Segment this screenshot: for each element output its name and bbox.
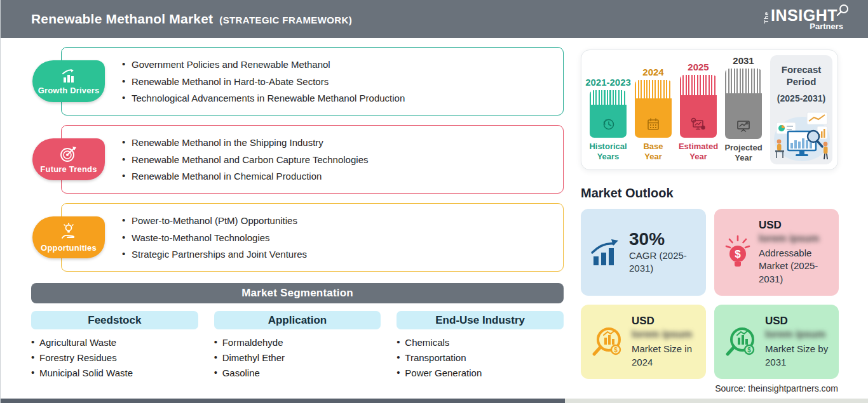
opportunities-row: Power-to-Methanol (PtM) Opportunities Wa… bbox=[31, 203, 564, 272]
card-caption: Market Size by 2031 bbox=[765, 343, 831, 369]
insight-partners-logo: The INSIGHT Partners bbox=[763, 8, 850, 31]
usd-label: USD bbox=[765, 315, 831, 327]
hand-bulb-icon bbox=[58, 223, 79, 242]
market-outlook-heading: Market Outlook bbox=[581, 186, 838, 201]
blurred-value: lorem ipsum bbox=[765, 329, 831, 340]
segmentation-column-feedstock: Feedstock Agricultural Waste Forestry Re… bbox=[31, 311, 198, 383]
opportunities-pill: Opportunities bbox=[32, 216, 105, 258]
opportunities-box: Power-to-Methanol (PtM) Opportunities Wa… bbox=[61, 203, 564, 272]
cagr-card: 30% CAGR (2025-2031) bbox=[581, 209, 706, 296]
end-use-header: End-Use Industry bbox=[397, 311, 564, 329]
bottom-strip-light bbox=[565, 399, 868, 403]
future-trend-item: Renewable Methanol and Carbon Capture Te… bbox=[122, 154, 553, 165]
application-item: Gasoline bbox=[214, 367, 381, 378]
future-trends-pill: Future Trends bbox=[32, 138, 105, 180]
application-header: Application bbox=[214, 311, 381, 329]
estimate-analytics-icon bbox=[690, 117, 707, 132]
bar-caption: Projected Year bbox=[724, 143, 763, 164]
year-label: 2031 bbox=[733, 55, 754, 66]
page-title: Renewable Methanol Market (STRATEGIC FRA… bbox=[31, 11, 352, 27]
cagr-caption: CAGR (2025-2031) bbox=[629, 249, 698, 275]
growth-drivers-box: Government Policies and Renewable Methan… bbox=[61, 47, 564, 116]
segmentation-column-end-use: End-Use Industry Chemicals Transportatio… bbox=[397, 311, 564, 383]
dollar-symbol: $ bbox=[747, 347, 751, 353]
future-trends-row: Renewable Methanol in the Shipping Indus… bbox=[31, 125, 564, 194]
history-clock-icon bbox=[600, 117, 616, 132]
market-size-2024-card: $ USD lorem ipsum Market Size in 2024 bbox=[581, 305, 706, 379]
growth-driver-item: Renewable Methanol in Hard-to-Abate Sect… bbox=[122, 76, 553, 87]
future-trend-item: Renewable Methanol in Chemical Productio… bbox=[122, 171, 553, 182]
card-caption: Market Size in 2024 bbox=[632, 343, 698, 369]
opportunity-item: Waste-to-Methanol Technologies bbox=[122, 232, 553, 243]
outlook-cards: 30% CAGR (2025-2031) bbox=[581, 209, 838, 379]
future-trends-box: Renewable Methanol in the Shipping Indus… bbox=[61, 125, 564, 194]
market-segmentation-title: Market Segmentation bbox=[241, 287, 353, 300]
feedstock-header: Feedstock bbox=[31, 311, 198, 329]
market-size-2031-card: $ USD lorem ipsum Market Size by 2031 bbox=[714, 305, 839, 379]
opportunity-item: Power-to-Methanol (PtM) Opportunities bbox=[122, 215, 553, 226]
feedstock-item: Municipal Solid Waste bbox=[31, 367, 198, 378]
dollar-symbol: $ bbox=[735, 248, 741, 260]
year-label: 2025 bbox=[688, 62, 709, 72]
bottom-strip-dark bbox=[1, 399, 565, 403]
year-label: 2021-2023 bbox=[585, 77, 631, 88]
end-use-item: Transportation bbox=[397, 352, 564, 363]
magnifier-chart-icon: $ bbox=[590, 324, 625, 360]
calendar-icon bbox=[646, 117, 661, 132]
year-label: 2024 bbox=[642, 67, 663, 77]
dollar-symbol: $ bbox=[614, 347, 618, 353]
forecast-range: (2025-2031) bbox=[770, 93, 832, 103]
addressable-market-card: $ USD lorem ipsum Addressable Market (20… bbox=[714, 209, 839, 296]
usd-label: USD bbox=[759, 219, 831, 232]
bar-caption: Estimated Year bbox=[679, 142, 718, 163]
market-segmentation-bar: Market Segmentation bbox=[31, 283, 564, 303]
target-dart-icon bbox=[59, 145, 78, 163]
opportunity-item: Strategic Partnerships and Joint Venture… bbox=[122, 249, 553, 260]
feedstock-item: Forestry Residues bbox=[31, 352, 198, 363]
future-trend-item: Renewable Methanol in the Shipping Indus… bbox=[122, 137, 553, 148]
infographic-page: Renewable Methanol Market (STRATEGIC FRA… bbox=[0, 0, 868, 403]
bar-caption: Base Year bbox=[634, 142, 672, 163]
right-section: 2021-2023 Historical Years bbox=[581, 50, 838, 393]
timeline-bars: 2021-2023 Historical Years bbox=[589, 55, 763, 164]
bar-chart-growth-icon bbox=[58, 68, 79, 84]
end-use-item: Chemicals bbox=[397, 337, 564, 348]
timeline-panel: 2021-2023 Historical Years bbox=[581, 50, 838, 170]
growth-driver-item: Government Policies and Renewable Methan… bbox=[122, 59, 553, 70]
market-subtitle: (STRATEGIC FRAMEWORK) bbox=[219, 15, 352, 25]
card-caption: Addressable Market (2025-2031) bbox=[759, 247, 831, 286]
blurred-value: lorem ipsum bbox=[759, 233, 831, 244]
cagr-value: 30% bbox=[629, 230, 698, 249]
feedstock-item: Agricultural Waste bbox=[31, 337, 198, 348]
end-use-item: Power Generation bbox=[397, 367, 564, 378]
growth-driver-item: Technological Advancements in Renewable … bbox=[122, 93, 553, 103]
analytics-illustration bbox=[771, 111, 831, 162]
growth-drivers-label: Growth Drivers bbox=[38, 86, 100, 95]
magnifier-chart-icon: $ bbox=[723, 324, 759, 360]
bottom-strip bbox=[1, 399, 868, 403]
segmentation-column-application: Application Formaldehyde Dimethyl Ether … bbox=[214, 311, 381, 383]
bar-caption: Historical Years bbox=[589, 142, 627, 163]
market-title: Renewable Methanol Market bbox=[31, 11, 213, 27]
header-bar: Renewable Methanol Market (STRATEGIC FRA… bbox=[1, 0, 868, 38]
forecast-line2: Period bbox=[770, 76, 832, 88]
segmentation-columns: Feedstock Agricultural Waste Forestry Re… bbox=[31, 311, 564, 383]
dollar-bulb-icon: $ bbox=[723, 235, 752, 270]
projection-chart-icon bbox=[735, 118, 752, 133]
application-item: Formaldehyde bbox=[214, 337, 381, 348]
forecast-line1: Forecast bbox=[770, 64, 832, 76]
opportunities-label: Opportunities bbox=[41, 243, 97, 253]
growth-drivers-row: Government Policies and Renewable Methan… bbox=[31, 47, 564, 116]
growth-drivers-pill: Growth Drivers bbox=[32, 60, 105, 102]
logo-partners-text: Partners bbox=[810, 22, 843, 31]
application-item: Dimethyl Ether bbox=[214, 352, 381, 363]
cagr-growth-chart-icon bbox=[590, 237, 623, 268]
projected-year-bar: 2031 bbox=[724, 55, 763, 163]
magnifier-icon bbox=[836, 4, 850, 18]
estimated-year-bar: 2025 bbox=[679, 55, 717, 163]
framework-section: Government Policies and Renewable Methan… bbox=[31, 47, 564, 383]
logo-the-text: The bbox=[763, 11, 770, 23]
historical-years-bar: 2021-2023 Historical Years bbox=[589, 55, 627, 163]
base-year-bar: 2024 bbox=[634, 55, 672, 163]
blurred-value: lorem ipsum bbox=[632, 329, 698, 340]
